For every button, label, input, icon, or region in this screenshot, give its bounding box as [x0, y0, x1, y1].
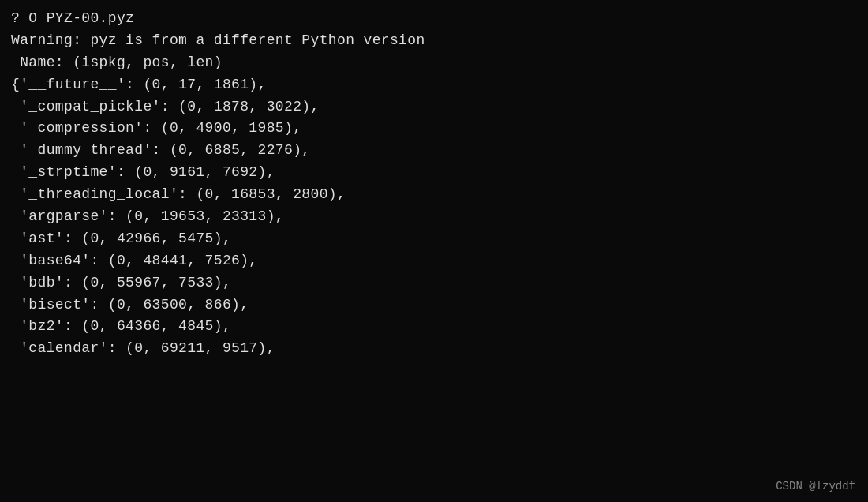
terminal-line: 'bisect': (0, 63500, 866),: [11, 294, 857, 317]
terminal-line: Name: (ispkg, pos, len): [11, 52, 857, 74]
terminal-window: ? O PYZ-00.pyzWarning: pyz is from a dif…: [0, 0, 868, 502]
terminal-line: '_threading_local': (0, 16853, 2800),: [11, 184, 857, 206]
terminal-line: 'bdb': (0, 55967, 7533),: [11, 272, 857, 294]
terminal-line: ? O PYZ-00.pyz: [11, 8, 857, 30]
terminal-line: 'argparse': (0, 19653, 23313),: [11, 206, 857, 228]
terminal-line: 'bz2': (0, 64366, 4845),: [11, 316, 857, 338]
terminal-line: 'calendar': (0, 69211, 9517),: [11, 338, 857, 360]
terminal-line: 'base64': (0, 48441, 7526),: [11, 250, 857, 272]
terminal-line: '_strptime': (0, 9161, 7692),: [11, 162, 857, 184]
terminal-line: Warning: pyz is from a different Python …: [11, 30, 857, 52]
terminal-line: '_compression': (0, 4900, 1985),: [11, 118, 857, 140]
terminal-line: '_dummy_thread': (0, 6885, 2276),: [11, 140, 857, 162]
terminal-line: {'__future__': (0, 17, 1861),: [11, 74, 857, 96]
terminal-line: '_compat_pickle': (0, 1878, 3022),: [11, 96, 857, 118]
terminal-line: 'ast': (0, 42966, 5475),: [11, 228, 857, 250]
terminal-output: ? O PYZ-00.pyzWarning: pyz is from a dif…: [11, 8, 857, 360]
watermark: CSDN @lzyddf: [776, 480, 855, 493]
